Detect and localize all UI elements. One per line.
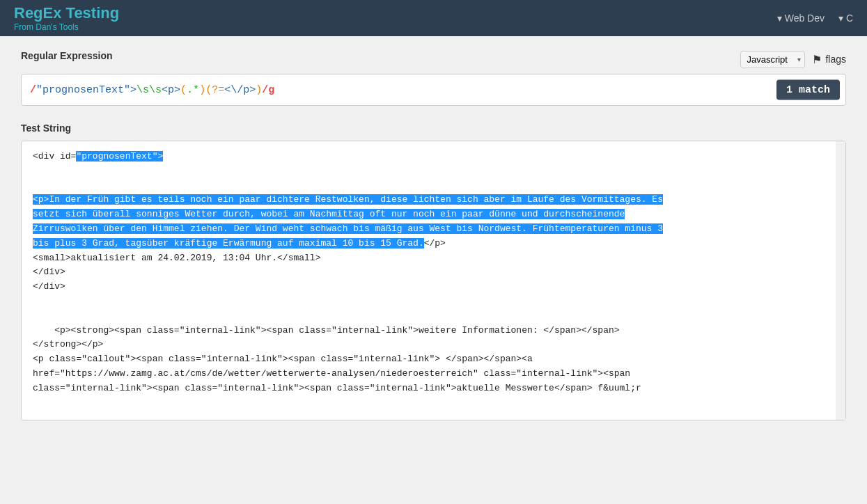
regex-whitespace-1: \s bbox=[136, 84, 149, 96]
regex-close-slash: /g bbox=[262, 84, 274, 96]
nav-c[interactable]: ▾ C bbox=[838, 13, 853, 24]
regex-section-label: Regular Expression bbox=[21, 50, 113, 61]
regex-group1-close: ) bbox=[199, 84, 205, 96]
match-count: 1 bbox=[786, 84, 792, 96]
test-line-1: <div id="prognosenText"> <p>In der Früh … bbox=[33, 151, 663, 393]
app-title: RegEx Testing bbox=[14, 4, 119, 22]
flags-label: flags bbox=[825, 54, 846, 65]
logo-area: RegEx Testing From Dan's Tools bbox=[14, 4, 119, 32]
regex-input[interactable]: /"prognosenText">\s\s<p>(.*)(?=<\/p>)/g … bbox=[21, 74, 846, 106]
language-select[interactable]: Javascript PHP Python bbox=[740, 51, 805, 68]
header: RegEx Testing From Dan's Tools ▾ Web Dev… bbox=[0, 0, 867, 36]
regex-group1-open: ( bbox=[180, 84, 187, 96]
regex-literal-p: <p> bbox=[162, 84, 180, 96]
test-section: Test String <div id="prognosenText"> <p>… bbox=[21, 123, 846, 420]
tool-name: Dan's Tools bbox=[36, 22, 78, 32]
language-select-wrapper: Javascript PHP Python ▾ bbox=[740, 51, 805, 68]
regex-dot-star: .* bbox=[187, 84, 199, 96]
regex-toolbar: Regular Expression Javascript PHP Python… bbox=[21, 50, 846, 68]
test-area-wrapper: <div id="prognosenText"> <p>In der Früh … bbox=[21, 141, 846, 420]
test-area-content[interactable]: <div id="prognosenText"> <p>In der Früh … bbox=[22, 141, 845, 420]
regex-lookahead-open: (?= bbox=[205, 84, 224, 96]
flag-icon: ⚑ bbox=[812, 53, 822, 66]
match-badge: 1 match bbox=[776, 80, 840, 100]
scrollbar[interactable] bbox=[836, 141, 845, 420]
match-label: match bbox=[799, 84, 830, 96]
test-section-label: Test String bbox=[21, 123, 846, 134]
regex-literal-part1: "prognosenText"> bbox=[36, 84, 136, 96]
regex-whitespace-2: \s bbox=[149, 84, 162, 96]
regex-lookahead-close: ) bbox=[256, 84, 262, 96]
nav-webdev[interactable]: ▾ Web Dev bbox=[777, 13, 825, 24]
flags-button[interactable]: ⚑ flags bbox=[812, 53, 846, 66]
main-content: Regular Expression Javascript PHP Python… bbox=[0, 36, 867, 434]
app-subtitle: From Dan's Tools bbox=[14, 22, 119, 32]
regex-open-slash: / bbox=[30, 84, 36, 96]
header-nav: ▾ Web Dev ▾ C bbox=[777, 13, 853, 24]
regex-literal-closep: <\/p> bbox=[224, 84, 256, 96]
regex-controls: Javascript PHP Python ▾ ⚑ flags bbox=[740, 51, 846, 68]
regex-section: Regular Expression Javascript PHP Python… bbox=[21, 50, 846, 106]
